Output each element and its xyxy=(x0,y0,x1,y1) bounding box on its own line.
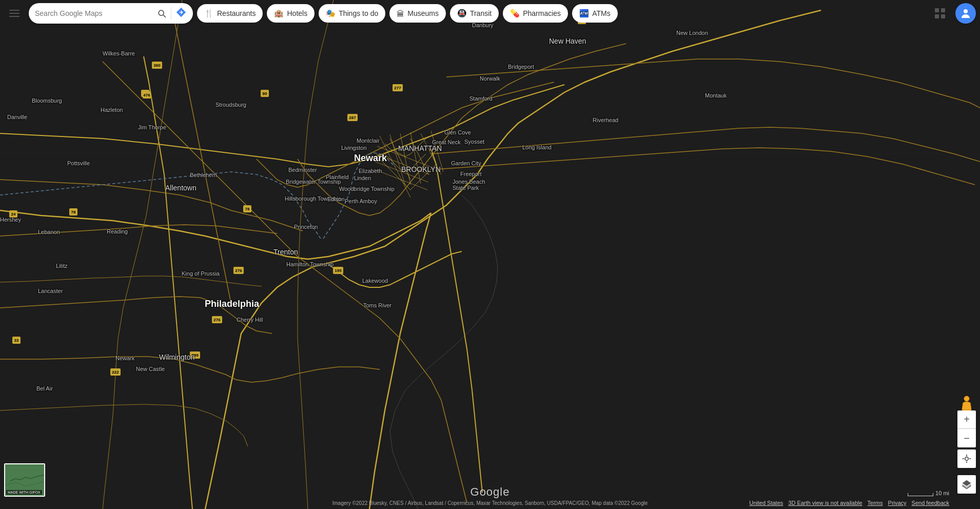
svg-rect-65 xyxy=(935,14,939,18)
map-thumbnail[interactable]: MADE WITH GIFOX xyxy=(4,463,45,497)
chip-atms[interactable]: 🏧 ATMs xyxy=(572,4,618,23)
map-layers-button[interactable] xyxy=(957,475,976,494)
chip-pharmacies[interactable]: 💊 Pharmacies xyxy=(503,4,568,23)
svg-text:276: 276 xyxy=(235,268,242,273)
search-icon xyxy=(156,8,167,18)
svg-text:195: 195 xyxy=(335,268,342,273)
map-canvas: 80 80 78 78 476 95 287 195 299 276 276 2… xyxy=(0,0,980,509)
location-button[interactable] xyxy=(957,449,976,468)
svg-text:24: 24 xyxy=(11,212,16,217)
atms-icon: 🏧 xyxy=(579,9,589,18)
svg-rect-0 xyxy=(0,0,980,509)
svg-point-68 xyxy=(964,396,969,401)
hotels-icon: 🏨 xyxy=(274,9,284,18)
app-grid-button[interactable] xyxy=(930,3,950,24)
svg-text:380: 380 xyxy=(153,63,161,68)
museums-icon: 🏛 xyxy=(397,9,404,18)
zoom-out-button[interactable]: − xyxy=(957,429,976,447)
svg-rect-63 xyxy=(935,8,939,12)
chip-hotels[interactable]: 🏨 Hotels xyxy=(267,4,315,23)
svg-text:222: 222 xyxy=(112,370,119,375)
svg-text:287: 287 xyxy=(349,115,356,120)
svg-rect-60 xyxy=(9,10,19,11)
search-bar[interactable] xyxy=(29,3,193,24)
svg-rect-61 xyxy=(9,13,19,14)
svg-text:299: 299 xyxy=(191,353,199,358)
svg-point-67 xyxy=(964,9,968,13)
chip-things-to-do[interactable]: 🎭 Things to do xyxy=(319,4,385,23)
svg-rect-62 xyxy=(9,16,19,17)
made-with-gifox-label: MADE WITH GIFOX xyxy=(6,490,42,495)
pharmacies-icon: 💊 xyxy=(510,9,520,18)
feedback-link[interactable]: Send feedback xyxy=(912,500,949,506)
chip-transit[interactable]: 🚇 Transit xyxy=(450,4,499,23)
united-states-link[interactable]: United States xyxy=(749,500,783,506)
terms-link[interactable]: Terms xyxy=(868,500,883,506)
svg-text:78: 78 xyxy=(245,207,250,211)
svg-rect-64 xyxy=(941,8,945,12)
svg-text:80: 80 xyxy=(263,91,267,96)
svg-text:33: 33 xyxy=(14,338,19,343)
chip-restaurants[interactable]: 🍴 Restaurants xyxy=(197,4,263,23)
menu-button[interactable] xyxy=(4,3,25,24)
profile-button[interactable] xyxy=(955,3,976,24)
svg-text:476: 476 xyxy=(143,93,150,97)
restaurants-icon: 🍴 xyxy=(204,9,214,18)
svg-rect-66 xyxy=(941,14,945,18)
bottom-links: United States 3D Earth view is not avail… xyxy=(749,500,949,506)
svg-point-71 xyxy=(965,457,969,461)
svg-text:277: 277 xyxy=(394,86,401,90)
filter-chips: 🍴 Restaurants 🏨 Hotels 🎭 Things to do 🏛 … xyxy=(197,4,618,23)
privacy-link[interactable]: Privacy xyxy=(888,500,907,506)
things-to-do-icon: 🎭 xyxy=(326,9,336,18)
header: 🍴 Restaurants 🏨 Hotels 🎭 Things to do 🏛 … xyxy=(0,0,980,27)
svg-text:276: 276 xyxy=(213,318,221,322)
divider xyxy=(171,7,171,19)
imagery-credits: Imagery ©2022 Bluesky, CNES / Airbus, La… xyxy=(332,500,648,506)
directions-icon[interactable] xyxy=(175,7,187,20)
search-input[interactable] xyxy=(35,9,152,17)
chip-museums[interactable]: 🏛 Museums xyxy=(389,4,446,23)
google-watermark: Google xyxy=(471,485,510,499)
map-container[interactable]: 80 80 78 78 476 95 287 195 299 276 276 2… xyxy=(0,0,980,509)
zoom-controls: + − xyxy=(957,410,976,447)
scale-indicator: 10 mi xyxy=(908,490,949,496)
transit-icon: 🚇 xyxy=(457,9,467,18)
earth-view-link[interactable]: 3D Earth view is not available xyxy=(788,500,862,506)
svg-text:78: 78 xyxy=(71,210,76,214)
zoom-in-button[interactable]: + xyxy=(957,410,976,429)
